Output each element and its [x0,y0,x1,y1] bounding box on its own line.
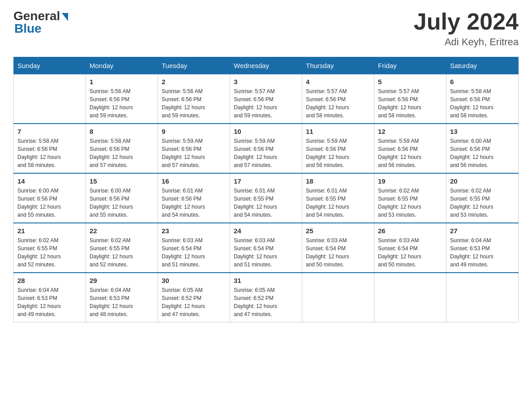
calendar-cell [446,273,519,322]
day-info: Sunrise: 5:57 AM Sunset: 6:56 PM Dayligh… [234,87,298,120]
day-number: 11 [306,128,370,135]
day-number: 7 [17,128,82,135]
calendar-cell: 17Sunrise: 6:01 AM Sunset: 6:55 PM Dayli… [230,173,302,223]
day-info: Sunrise: 6:03 AM Sunset: 6:54 PM Dayligh… [234,236,298,269]
day-number: 14 [17,177,82,185]
day-info: Sunrise: 5:59 AM Sunset: 6:56 PM Dayligh… [378,137,442,169]
calendar-cell: 31Sunrise: 6:05 AM Sunset: 6:52 PM Dayli… [230,273,302,322]
calendar-cell: 5Sunrise: 5:57 AM Sunset: 6:56 PM Daylig… [374,74,446,124]
day-number: 2 [162,78,226,86]
calendar-cell: 3Sunrise: 5:57 AM Sunset: 6:56 PM Daylig… [230,74,302,124]
day-info: Sunrise: 6:04 AM Sunset: 6:53 PM Dayligh… [450,236,515,269]
calendar-cell: 8Sunrise: 5:58 AM Sunset: 6:56 PM Daylig… [86,124,158,173]
calendar-cell: 19Sunrise: 6:02 AM Sunset: 6:55 PM Dayli… [374,173,446,223]
day-info: Sunrise: 6:04 AM Sunset: 6:53 PM Dayligh… [17,286,82,318]
calendar-cell: 7Sunrise: 5:58 AM Sunset: 6:56 PM Daylig… [14,124,86,173]
day-number: 27 [450,227,515,235]
day-number: 16 [162,177,226,185]
calendar-cell: 29Sunrise: 6:04 AM Sunset: 6:53 PM Dayli… [86,273,158,322]
day-info: Sunrise: 5:57 AM Sunset: 6:56 PM Dayligh… [306,87,370,120]
day-info: Sunrise: 5:59 AM Sunset: 6:56 PM Dayligh… [234,137,298,169]
day-info: Sunrise: 6:00 AM Sunset: 6:56 PM Dayligh… [17,187,82,219]
calendar-body: 1Sunrise: 5:56 AM Sunset: 6:56 PM Daylig… [14,74,519,322]
day-info: Sunrise: 6:03 AM Sunset: 6:54 PM Dayligh… [306,236,370,269]
day-number: 4 [306,78,370,86]
day-info: Sunrise: 5:58 AM Sunset: 6:56 PM Dayligh… [450,87,515,120]
day-info: Sunrise: 5:57 AM Sunset: 6:56 PM Dayligh… [378,87,442,120]
calendar-cell: 6Sunrise: 5:58 AM Sunset: 6:56 PM Daylig… [446,74,519,124]
day-number: 21 [17,227,82,235]
weekday-header-monday: Monday [86,57,158,74]
calendar-header: SundayMondayTuesdayWednesdayThursdayFrid… [14,57,519,74]
calendar-week-row: 1Sunrise: 5:56 AM Sunset: 6:56 PM Daylig… [14,74,519,124]
weekday-header-saturday: Saturday [446,57,519,74]
calendar-cell: 24Sunrise: 6:03 AM Sunset: 6:54 PM Dayli… [230,223,302,273]
day-info: Sunrise: 5:56 AM Sunset: 6:56 PM Dayligh… [162,87,226,120]
calendar-cell: 2Sunrise: 5:56 AM Sunset: 6:56 PM Daylig… [158,74,230,124]
month-year-title: July 2024 [414,9,519,34]
day-info: Sunrise: 5:58 AM Sunset: 6:56 PM Dayligh… [90,137,154,169]
calendar-cell: 15Sunrise: 6:00 AM Sunset: 6:56 PM Dayli… [86,173,158,223]
logo-triangle-icon [62,13,68,21]
day-number: 13 [450,128,515,135]
calendar-cell: 11Sunrise: 5:59 AM Sunset: 6:56 PM Dayli… [302,124,374,173]
day-number: 30 [162,277,226,284]
day-number: 15 [90,177,154,185]
day-info: Sunrise: 6:04 AM Sunset: 6:53 PM Dayligh… [90,286,154,318]
calendar-week-row: 14Sunrise: 6:00 AM Sunset: 6:56 PM Dayli… [14,173,519,223]
day-number: 9 [162,128,226,135]
calendar-cell: 28Sunrise: 6:04 AM Sunset: 6:53 PM Dayli… [14,273,86,322]
day-info: Sunrise: 6:03 AM Sunset: 6:54 PM Dayligh… [162,236,226,269]
day-number: 29 [90,277,154,284]
day-info: Sunrise: 6:01 AM Sunset: 6:55 PM Dayligh… [306,187,370,219]
calendar-cell: 13Sunrise: 6:00 AM Sunset: 6:56 PM Dayli… [446,124,519,173]
day-info: Sunrise: 6:02 AM Sunset: 6:55 PM Dayligh… [90,236,154,269]
calendar-cell [374,273,446,322]
day-info: Sunrise: 5:59 AM Sunset: 6:56 PM Dayligh… [306,137,370,169]
weekday-header-sunday: Sunday [14,57,86,74]
day-info: Sunrise: 6:05 AM Sunset: 6:52 PM Dayligh… [162,286,226,318]
calendar-table: SundayMondayTuesdayWednesdayThursdayFrid… [13,57,519,322]
title-section: July 2024 Adi Keyh, Eritrea [414,9,519,48]
calendar-week-row: 28Sunrise: 6:04 AM Sunset: 6:53 PM Dayli… [14,273,519,322]
day-info: Sunrise: 6:02 AM Sunset: 6:55 PM Dayligh… [378,187,442,219]
day-number: 12 [378,128,442,135]
calendar-cell: 23Sunrise: 6:03 AM Sunset: 6:54 PM Dayli… [158,223,230,273]
logo-blue-text: Blue [14,21,42,36]
day-number: 23 [162,227,226,235]
calendar-cell: 21Sunrise: 6:02 AM Sunset: 6:55 PM Dayli… [14,223,86,273]
day-number: 6 [450,78,515,86]
day-number: 31 [234,277,298,284]
calendar-cell: 20Sunrise: 6:02 AM Sunset: 6:55 PM Dayli… [446,173,519,223]
day-number: 3 [234,78,298,86]
day-info: Sunrise: 6:00 AM Sunset: 6:56 PM Dayligh… [450,137,515,169]
calendar-week-row: 21Sunrise: 6:02 AM Sunset: 6:55 PM Dayli… [14,223,519,273]
day-info: Sunrise: 5:59 AM Sunset: 6:56 PM Dayligh… [162,137,226,169]
day-info: Sunrise: 6:02 AM Sunset: 6:55 PM Dayligh… [17,236,82,269]
weekday-header-tuesday: Tuesday [158,57,230,74]
day-number: 22 [90,227,154,235]
calendar-cell: 27Sunrise: 6:04 AM Sunset: 6:53 PM Dayli… [446,223,519,273]
calendar-cell: 4Sunrise: 5:57 AM Sunset: 6:56 PM Daylig… [302,74,374,124]
day-number: 18 [306,177,370,185]
day-info: Sunrise: 6:02 AM Sunset: 6:55 PM Dayligh… [450,187,515,219]
day-info: Sunrise: 5:58 AM Sunset: 6:56 PM Dayligh… [17,137,82,169]
calendar-cell: 22Sunrise: 6:02 AM Sunset: 6:55 PM Dayli… [86,223,158,273]
day-number: 24 [234,227,298,235]
calendar-cell: 25Sunrise: 6:03 AM Sunset: 6:54 PM Dayli… [302,223,374,273]
day-number: 28 [17,277,82,284]
day-info: Sunrise: 6:01 AM Sunset: 6:56 PM Dayligh… [162,187,226,219]
day-number: 10 [234,128,298,135]
weekday-header-friday: Friday [374,57,446,74]
calendar-cell: 26Sunrise: 6:03 AM Sunset: 6:54 PM Dayli… [374,223,446,273]
day-number: 1 [90,78,154,86]
day-info: Sunrise: 6:05 AM Sunset: 6:52 PM Dayligh… [234,286,298,318]
calendar-cell [14,74,86,124]
calendar-cell: 30Sunrise: 6:05 AM Sunset: 6:52 PM Dayli… [158,273,230,322]
day-info: Sunrise: 5:56 AM Sunset: 6:56 PM Dayligh… [90,87,154,120]
day-number: 19 [378,177,442,185]
weekday-header-wednesday: Wednesday [230,57,302,74]
page-header: General Blue July 2024 Adi Keyh, Eritrea [13,9,519,48]
day-info: Sunrise: 6:03 AM Sunset: 6:54 PM Dayligh… [378,236,442,269]
weekday-header-row: SundayMondayTuesdayWednesdayThursdayFrid… [14,57,519,74]
